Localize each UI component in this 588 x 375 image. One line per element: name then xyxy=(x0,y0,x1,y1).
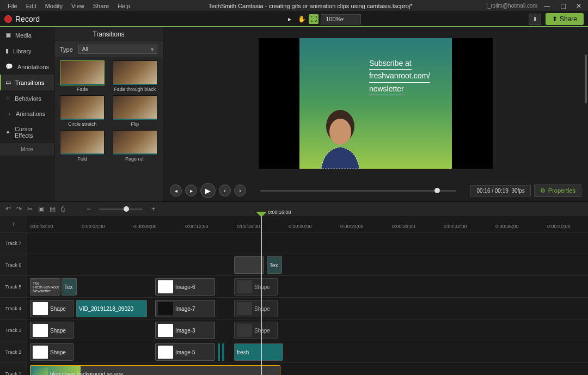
crop-tool-icon[interactable]: ⛶ xyxy=(309,14,318,24)
clip-t4-vid[interactable]: VID_20191218_09020 xyxy=(76,300,147,317)
sidebar: ▣Media ▮Library 💬Annotations ▭Transition… xyxy=(0,27,54,201)
transition-page-roll[interactable]: Page roll xyxy=(111,130,160,162)
track-7-head[interactable]: Track 7 xyxy=(0,232,27,254)
clip-t4-shape[interactable]: Shape xyxy=(30,300,74,317)
sidebar-item-cursor-effects[interactable]: ✦Cursor Effects xyxy=(0,121,54,143)
record-button[interactable]: Record xyxy=(4,15,40,23)
behaviors-icon: ⁘ xyxy=(5,95,10,102)
clip-t5-image6[interactable]: Image-6 xyxy=(155,278,215,296)
sidebar-item-media[interactable]: ▣Media xyxy=(0,27,54,43)
preview-person xyxy=(305,103,381,169)
clip-t2-fresh[interactable]: fresh xyxy=(234,343,283,361)
sidebar-item-library[interactable]: ▮Library xyxy=(0,43,54,59)
panel-title: Transitions xyxy=(54,27,163,41)
undo-icon[interactable]: ↶ xyxy=(5,205,11,213)
library-icon: ▮ xyxy=(5,47,9,54)
clip-t1-bg[interactable]: blog cover background square xyxy=(30,365,280,375)
transition-flip[interactable]: Flip xyxy=(111,95,160,127)
next-marker-button[interactable]: › xyxy=(234,185,246,196)
track-2-head[interactable]: Track 2 xyxy=(0,341,27,362)
window-title: TechSmith Camtasia - creating gifs or an… xyxy=(134,3,487,9)
clip-t3-shape2[interactable]: Shape xyxy=(234,322,278,339)
clip-t5-tex[interactable]: Tex xyxy=(62,278,77,296)
maximize-icon[interactable]: ▢ xyxy=(560,2,566,10)
copy-icon[interactable]: ▣ xyxy=(38,205,44,213)
menu-file[interactable]: File xyxy=(3,1,22,11)
sidebar-more[interactable]: More xyxy=(0,143,54,156)
annotations-icon: 💬 xyxy=(5,63,13,70)
gear-icon: ⚙ xyxy=(540,187,546,194)
track-6-head[interactable]: Track 6 xyxy=(0,254,27,275)
minimize-icon[interactable]: — xyxy=(544,2,550,10)
transitions-panel: Transitions Type All▾ Fade Fade through … xyxy=(54,27,163,201)
clip-t3-shape[interactable]: Shape xyxy=(30,322,74,339)
transitions-icon: ▭ xyxy=(5,79,11,86)
prev-frame-button[interactable]: ◂ xyxy=(170,185,182,196)
sidebar-item-transitions[interactable]: ▭Transitions xyxy=(0,75,54,90)
timeline-zoom-slider[interactable] xyxy=(99,208,143,210)
sidebar-item-annotations[interactable]: 💬Annotations xyxy=(0,59,54,75)
clip-t6-tex[interactable]: Tex xyxy=(267,256,282,274)
paste-icon[interactable]: ▤ xyxy=(50,205,56,213)
preview-canvas[interactable]: Subscribe at freshvanroot.com/ newslette… xyxy=(163,27,588,180)
type-dropdown[interactable]: All▾ xyxy=(78,45,157,54)
transition-fold[interactable]: Fold xyxy=(58,130,107,162)
zoom-out-icon[interactable]: − xyxy=(87,205,90,213)
time-display: 00:16 / 00:19 30fps xyxy=(470,185,530,196)
clip-marker[interactable] xyxy=(218,343,220,361)
transition-circle-stretch[interactable]: Circle stretch xyxy=(58,95,107,127)
play-button[interactable]: ▶ xyxy=(200,183,216,198)
type-label: Type xyxy=(60,46,73,53)
sidebar-item-behaviors[interactable]: ⁘Behaviors xyxy=(0,90,54,106)
timeline-toolbar: ↶ ↷ ✂ ▣ ▤ ⎙ − + xyxy=(0,201,588,216)
hand-tool-icon[interactable]: ✋ xyxy=(297,14,307,24)
record-icon xyxy=(4,15,12,23)
next-frame-button[interactable]: ▸ xyxy=(185,185,197,196)
clip-t5-shape[interactable]: Shape xyxy=(234,278,278,296)
zoom-in-icon[interactable]: + xyxy=(151,205,155,213)
zoom-select[interactable]: 100% ▾ xyxy=(321,14,361,24)
clip-t5-newsletter[interactable]: The Fresh van Root Newsletter xyxy=(30,278,60,296)
menu-help[interactable]: Help xyxy=(113,1,134,11)
timeline-ruler[interactable]: 0:00:16;08 0:00:00;00 0:00:04;00 0:00:08… xyxy=(27,216,588,232)
menu-edit[interactable]: Edit xyxy=(22,1,41,11)
track-3-head[interactable]: Track 3 xyxy=(0,319,27,341)
upload-icon: ⬆ xyxy=(552,15,558,23)
seek-bar[interactable] xyxy=(260,190,456,192)
redo-icon[interactable]: ↷ xyxy=(16,205,22,213)
cursor-tool-icon[interactable]: ▸ xyxy=(285,14,295,24)
split-icon[interactable]: ⎙ xyxy=(61,205,65,213)
clip-t4-shape2[interactable]: Shape xyxy=(234,300,278,317)
menu-view[interactable]: View xyxy=(67,1,89,11)
preview-text: Subscribe at freshvanroot.com/ newslette… xyxy=(369,57,430,95)
clip-t6-annotation[interactable] xyxy=(234,256,264,274)
add-marker-icon[interactable]: + xyxy=(11,220,15,228)
clip-t2-image5[interactable]: Image-5 xyxy=(155,343,215,361)
clip-t3-image3[interactable]: Image-3 xyxy=(155,322,215,339)
track-5-head[interactable]: Track 5 xyxy=(0,276,27,297)
clip-t2-shape[interactable]: Shape xyxy=(30,343,74,361)
animations-icon: → xyxy=(5,110,11,117)
panel-scrollbar[interactable] xyxy=(585,54,587,103)
media-icon: ▣ xyxy=(5,32,11,39)
close-icon[interactable]: ✕ xyxy=(576,2,581,10)
timeline-tracks: Track 7 Track 6 Tex Track 5 The Fresh va… xyxy=(0,232,588,375)
properties-button[interactable]: ⚙Properties xyxy=(534,185,581,197)
transition-fade[interactable]: Fade xyxy=(58,60,107,92)
menu-modify[interactable]: Modify xyxy=(41,1,67,11)
playhead[interactable]: 0:00:16;08 xyxy=(261,212,262,375)
clip-t4-image7[interactable]: Image-7 xyxy=(155,300,215,317)
user-account[interactable]: i_rollm@hotmail.com xyxy=(486,3,537,9)
svg-point-1 xyxy=(329,119,351,145)
track-4-head[interactable]: Track 4 xyxy=(0,298,27,319)
clip-marker[interactable] xyxy=(222,343,224,361)
sidebar-item-animations[interactable]: →Animations xyxy=(0,106,54,121)
download-button[interactable]: ⬇ xyxy=(529,14,541,25)
share-button[interactable]: ⬆ Share xyxy=(546,13,584,25)
menu-share[interactable]: Share xyxy=(89,1,113,11)
cursor-effects-icon: ✦ xyxy=(5,129,10,136)
cut-icon[interactable]: ✂ xyxy=(27,205,33,213)
transition-fade-through-black[interactable]: Fade through black xyxy=(111,60,160,92)
prev-marker-button[interactable]: ‹ xyxy=(219,185,231,196)
track-1-head[interactable]: Track 1 xyxy=(0,363,27,375)
